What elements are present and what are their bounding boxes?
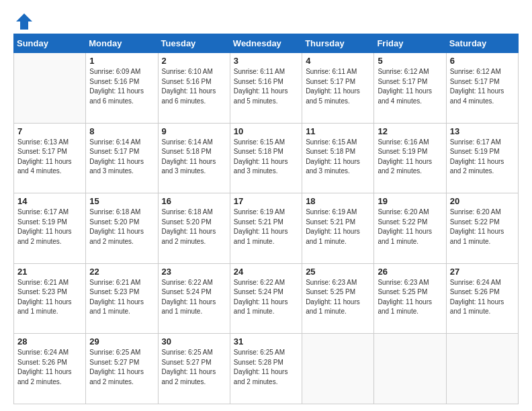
day-number: 22 bbox=[89, 267, 154, 277]
day-number: 24 bbox=[234, 267, 298, 277]
calendar-cell: 9Sunrise: 6:14 AM Sunset: 5:18 PM Daylig… bbox=[158, 123, 230, 193]
day-info: Sunrise: 6:25 AM Sunset: 5:27 PM Dayligh… bbox=[89, 348, 154, 387]
header bbox=[13, 12, 519, 28]
day-number: 8 bbox=[89, 126, 154, 136]
logo bbox=[13, 12, 34, 28]
day-info: Sunrise: 6:10 AM Sunset: 5:16 PM Dayligh… bbox=[162, 67, 226, 106]
day-number: 28 bbox=[17, 336, 82, 347]
day-number: 23 bbox=[162, 267, 226, 277]
calendar-week-2: 7Sunrise: 6:13 AM Sunset: 5:17 PM Daylig… bbox=[14, 123, 519, 193]
calendar-cell: 11Sunrise: 6:15 AM Sunset: 5:18 PM Dayli… bbox=[302, 123, 374, 193]
day-info: Sunrise: 6:21 AM Sunset: 5:23 PM Dayligh… bbox=[89, 278, 154, 317]
weekday-header-row: SundayMondayTuesdayWednesdayThursdayFrid… bbox=[14, 34, 519, 53]
calendar-cell bbox=[374, 334, 446, 404]
weekday-header-thursday: Thursday bbox=[302, 34, 374, 53]
day-info: Sunrise: 6:11 AM Sunset: 5:16 PM Dayligh… bbox=[234, 67, 298, 106]
day-number: 7 bbox=[17, 126, 82, 136]
day-info: Sunrise: 6:20 AM Sunset: 5:22 PM Dayligh… bbox=[378, 208, 442, 246]
day-info: Sunrise: 6:22 AM Sunset: 5:24 PM Dayligh… bbox=[162, 278, 226, 317]
calendar-cell: 23Sunrise: 6:22 AM Sunset: 5:24 PM Dayli… bbox=[158, 263, 230, 334]
day-info: Sunrise: 6:15 AM Sunset: 5:18 PM Dayligh… bbox=[306, 138, 370, 177]
day-number: 2 bbox=[162, 56, 226, 66]
day-number: 16 bbox=[162, 196, 226, 206]
calendar-cell bbox=[14, 53, 86, 124]
day-number: 26 bbox=[378, 267, 442, 277]
svg-marker-0 bbox=[16, 13, 32, 30]
day-info: Sunrise: 6:15 AM Sunset: 5:18 PM Dayligh… bbox=[234, 138, 298, 177]
day-info: Sunrise: 6:24 AM Sunset: 5:26 PM Dayligh… bbox=[17, 348, 82, 387]
calendar-cell: 21Sunrise: 6:21 AM Sunset: 5:23 PM Dayli… bbox=[14, 263, 86, 334]
calendar-cell: 3Sunrise: 6:11 AM Sunset: 5:16 PM Daylig… bbox=[230, 53, 302, 124]
calendar-cell: 12Sunrise: 6:16 AM Sunset: 5:19 PM Dayli… bbox=[374, 123, 446, 193]
weekday-header-monday: Monday bbox=[86, 34, 158, 53]
day-number: 20 bbox=[450, 196, 515, 206]
calendar-cell: 30Sunrise: 6:25 AM Sunset: 5:27 PM Dayli… bbox=[158, 334, 230, 404]
day-number: 29 bbox=[89, 336, 154, 347]
calendar-cell: 18Sunrise: 6:19 AM Sunset: 5:21 PM Dayli… bbox=[302, 193, 374, 264]
day-info: Sunrise: 6:23 AM Sunset: 5:25 PM Dayligh… bbox=[378, 278, 442, 317]
day-number: 17 bbox=[234, 196, 298, 206]
calendar-cell: 24Sunrise: 6:22 AM Sunset: 5:24 PM Dayli… bbox=[230, 263, 302, 334]
calendar-cell: 29Sunrise: 6:25 AM Sunset: 5:27 PM Dayli… bbox=[86, 334, 158, 404]
page: SundayMondayTuesdayWednesdayThursdayFrid… bbox=[0, 0, 532, 411]
day-info: Sunrise: 6:21 AM Sunset: 5:23 PM Dayligh… bbox=[17, 278, 82, 317]
calendar-week-3: 14Sunrise: 6:17 AM Sunset: 5:19 PM Dayli… bbox=[14, 193, 519, 264]
day-number: 5 bbox=[378, 56, 442, 66]
day-info: Sunrise: 6:17 AM Sunset: 5:19 PM Dayligh… bbox=[450, 138, 515, 177]
day-number: 18 bbox=[306, 196, 370, 206]
day-info: Sunrise: 6:22 AM Sunset: 5:24 PM Dayligh… bbox=[234, 278, 298, 317]
day-info: Sunrise: 6:09 AM Sunset: 5:16 PM Dayligh… bbox=[89, 67, 154, 106]
calendar-cell: 13Sunrise: 6:17 AM Sunset: 5:19 PM Dayli… bbox=[446, 123, 518, 193]
weekday-header-saturday: Saturday bbox=[446, 34, 518, 53]
calendar-cell: 27Sunrise: 6:24 AM Sunset: 5:26 PM Dayli… bbox=[446, 263, 518, 334]
day-number: 3 bbox=[234, 56, 298, 66]
day-number: 15 bbox=[89, 196, 154, 206]
day-info: Sunrise: 6:12 AM Sunset: 5:17 PM Dayligh… bbox=[378, 67, 442, 106]
calendar-cell: 19Sunrise: 6:20 AM Sunset: 5:22 PM Dayli… bbox=[374, 193, 446, 264]
calendar-cell: 2Sunrise: 6:10 AM Sunset: 5:16 PM Daylig… bbox=[158, 53, 230, 124]
calendar-cell: 1Sunrise: 6:09 AM Sunset: 5:16 PM Daylig… bbox=[86, 53, 158, 124]
calendar-cell: 4Sunrise: 6:11 AM Sunset: 5:17 PM Daylig… bbox=[302, 53, 374, 124]
day-number: 31 bbox=[234, 336, 298, 347]
day-info: Sunrise: 6:18 AM Sunset: 5:20 PM Dayligh… bbox=[162, 208, 226, 246]
calendar-cell: 16Sunrise: 6:18 AM Sunset: 5:20 PM Dayli… bbox=[158, 193, 230, 264]
calendar-cell: 5Sunrise: 6:12 AM Sunset: 5:17 PM Daylig… bbox=[374, 53, 446, 124]
day-number: 13 bbox=[450, 126, 515, 136]
day-number: 12 bbox=[378, 126, 442, 136]
calendar-week-5: 28Sunrise: 6:24 AM Sunset: 5:26 PM Dayli… bbox=[14, 334, 519, 404]
day-number: 1 bbox=[89, 56, 154, 66]
day-info: Sunrise: 6:17 AM Sunset: 5:19 PM Dayligh… bbox=[17, 208, 82, 246]
weekday-header-tuesday: Tuesday bbox=[158, 34, 230, 53]
calendar-week-4: 21Sunrise: 6:21 AM Sunset: 5:23 PM Dayli… bbox=[14, 263, 519, 334]
calendar-table: SundayMondayTuesdayWednesdayThursdayFrid… bbox=[13, 34, 519, 404]
day-number: 25 bbox=[306, 267, 370, 277]
calendar-cell: 26Sunrise: 6:23 AM Sunset: 5:25 PM Dayli… bbox=[374, 263, 446, 334]
day-info: Sunrise: 6:20 AM Sunset: 5:22 PM Dayligh… bbox=[450, 208, 515, 246]
calendar-cell: 7Sunrise: 6:13 AM Sunset: 5:17 PM Daylig… bbox=[14, 123, 86, 193]
day-info: Sunrise: 6:25 AM Sunset: 5:27 PM Dayligh… bbox=[162, 348, 226, 387]
weekday-header-wednesday: Wednesday bbox=[230, 34, 302, 53]
day-info: Sunrise: 6:19 AM Sunset: 5:21 PM Dayligh… bbox=[306, 208, 370, 246]
weekday-header-friday: Friday bbox=[374, 34, 446, 53]
day-info: Sunrise: 6:12 AM Sunset: 5:17 PM Dayligh… bbox=[450, 67, 515, 106]
calendar-cell: 10Sunrise: 6:15 AM Sunset: 5:18 PM Dayli… bbox=[230, 123, 302, 193]
day-info: Sunrise: 6:25 AM Sunset: 5:28 PM Dayligh… bbox=[234, 348, 298, 387]
calendar-cell: 15Sunrise: 6:18 AM Sunset: 5:20 PM Dayli… bbox=[86, 193, 158, 264]
calendar-cell: 22Sunrise: 6:21 AM Sunset: 5:23 PM Dayli… bbox=[86, 263, 158, 334]
day-number: 14 bbox=[17, 196, 82, 206]
calendar-cell: 17Sunrise: 6:19 AM Sunset: 5:21 PM Dayli… bbox=[230, 193, 302, 264]
calendar-cell: 8Sunrise: 6:14 AM Sunset: 5:17 PM Daylig… bbox=[86, 123, 158, 193]
day-number: 27 bbox=[450, 267, 515, 277]
day-number: 11 bbox=[306, 126, 370, 136]
day-info: Sunrise: 6:13 AM Sunset: 5:17 PM Dayligh… bbox=[17, 138, 82, 177]
calendar-cell: 14Sunrise: 6:17 AM Sunset: 5:19 PM Dayli… bbox=[14, 193, 86, 264]
day-number: 30 bbox=[162, 336, 226, 347]
calendar-cell bbox=[302, 334, 374, 404]
calendar-cell: 6Sunrise: 6:12 AM Sunset: 5:17 PM Daylig… bbox=[446, 53, 518, 124]
day-info: Sunrise: 6:24 AM Sunset: 5:26 PM Dayligh… bbox=[450, 278, 515, 317]
calendar-cell: 28Sunrise: 6:24 AM Sunset: 5:26 PM Dayli… bbox=[14, 334, 86, 404]
day-info: Sunrise: 6:18 AM Sunset: 5:20 PM Dayligh… bbox=[89, 208, 154, 246]
day-number: 4 bbox=[306, 56, 370, 66]
calendar-cell: 31Sunrise: 6:25 AM Sunset: 5:28 PM Dayli… bbox=[230, 334, 302, 404]
calendar-cell: 25Sunrise: 6:23 AM Sunset: 5:25 PM Dayli… bbox=[302, 263, 374, 334]
